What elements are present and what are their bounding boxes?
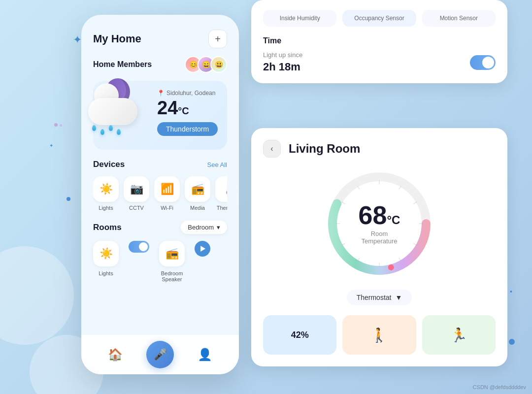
weather-location: 📍 Sidoluhur, Godean (157, 90, 218, 97)
play-triangle-icon (200, 246, 205, 252)
see-all-link[interactable]: See All (207, 161, 227, 168)
home-members-label: Home Members (93, 60, 152, 69)
wifi-label: Wi-Fi (161, 205, 173, 211)
thermostat-container: 68°C RoomTemperature (263, 169, 496, 278)
location-icon: 📍 (157, 90, 165, 97)
room-selector[interactable]: Bedroom ▾ (181, 221, 227, 234)
chevron-down-icon: ▾ (217, 224, 220, 231)
sensor-card-person: 🚶 (342, 315, 416, 355)
wifi-icon-box: 📶 (154, 176, 180, 202)
rain-drop-3 (109, 125, 113, 131)
humidity-value: 42% (291, 330, 309, 340)
back-icon: ‹ (270, 144, 273, 153)
room-lights-icon: ☀️ (93, 241, 119, 266)
sparkle-icon-2: ✦ (49, 143, 53, 148)
devices-title: Devices (93, 160, 125, 169)
dial-temperature: 68°C (359, 202, 400, 228)
avatars-group: 😊 😄 😃 (185, 56, 227, 73)
thermostat-dropdown-container: Thermostat ▼ (263, 290, 496, 305)
light-up-since-label: Light up since (263, 51, 302, 59)
living-room-header: ‹ Living Room (263, 140, 496, 158)
weather-card: 📍 Sidoluhur, Godean 24°C Thunderstorm (93, 81, 227, 150)
lights-label: Lights (99, 205, 113, 211)
thermostat-icon-box: 🌡️ (215, 176, 227, 202)
time-section: Time Light up since 2h 18m (263, 36, 496, 73)
phone-header: My Home + (93, 30, 227, 48)
sensor-card-motion: 🏃 (422, 315, 496, 355)
home-members-section: Home Members 😊 😄 😃 (93, 56, 227, 73)
device-media[interactable]: 📻 Media (185, 176, 210, 211)
thermostat-dropdown[interactable]: Thermostat ▼ (347, 290, 412, 305)
dropdown-arrow-icon: ▼ (395, 294, 402, 301)
weather-cloud-icon (83, 76, 147, 135)
watermark: CSDN @defdsddddev (473, 384, 526, 390)
sparkle-icon-4: • (510, 288, 512, 296)
dial-center: 68°C RoomTemperature (359, 202, 400, 245)
sensor-tabs: Inside Humidity Occupancy Sensor Motion … (263, 10, 496, 27)
bg-decoration-1 (0, 246, 74, 345)
room-item-speaker[interactable]: 📻 BedroomSpeaker (159, 241, 185, 282)
cloud-body (88, 98, 137, 125)
back-button[interactable]: ‹ (263, 140, 281, 158)
devices-section-header: Devices See All (93, 160, 227, 169)
living-room-title: Living Room (289, 142, 360, 156)
right-top-card: Inside Humidity Occupancy Sensor Motion … (251, 0, 507, 83)
avatar-3: 😃 (210, 56, 227, 73)
thermostat-dial[interactable]: 68°C RoomTemperature (325, 169, 433, 278)
user-nav-icon[interactable]: 👤 (198, 348, 212, 361)
play-button[interactable] (195, 241, 210, 257)
cctv-label: CCTV (129, 205, 144, 211)
home-nav-icon[interactable]: 🏠 (108, 348, 123, 361)
sensor-card-humidity: 42% (263, 315, 336, 355)
time-toggle[interactable] (470, 55, 496, 70)
weather-temperature: 24°C (157, 98, 218, 117)
phone-left: My Home + Home Members 😊 😄 😃 📍 Sidol (81, 15, 239, 374)
page-title: My Home (93, 33, 141, 45)
dots-group (54, 123, 62, 127)
rain-drop-4 (117, 129, 121, 135)
weather-condition-badge: Thunderstorm (157, 122, 218, 136)
rain-drop-2 (100, 129, 104, 135)
lights-toggle[interactable] (129, 241, 149, 253)
device-lights[interactable]: ☀️ Lights (93, 176, 119, 211)
room-item-lights[interactable]: ☀️ Lights (93, 241, 119, 276)
add-button[interactable]: + (208, 30, 227, 48)
rooms-section-header: Rooms Bedroom ▾ (93, 221, 227, 234)
tab-inside-humidity[interactable]: Inside Humidity (263, 10, 336, 27)
time-section-title: Time (263, 36, 496, 45)
room-lights-label: Lights (99, 270, 113, 276)
device-cctv[interactable]: 📷 CCTV (124, 176, 149, 211)
media-label: Media (190, 205, 205, 211)
rain-drop-1 (92, 125, 96, 131)
rooms-title: Rooms (93, 223, 122, 232)
thermostat-label: Thermost (217, 205, 227, 211)
devices-row: ☀️ Lights 📷 CCTV 📶 Wi-Fi 📻 Media 🌡️ Ther… (93, 176, 227, 211)
person-walking-icon: 🚶 (370, 327, 388, 343)
mic-button[interactable]: 🎤 (146, 341, 174, 368)
tab-motion-sensor[interactable]: Motion Sensor (422, 10, 496, 27)
media-icon-box: 📻 (185, 176, 210, 202)
cctv-icon-box: 📷 (124, 176, 149, 202)
dial-label: RoomTemperature (359, 230, 400, 245)
bottom-nav: 🏠 🎤 👤 (81, 335, 239, 374)
device-wifi[interactable]: 📶 Wi-Fi (154, 176, 180, 211)
motion-sensor-label: Motion Sensor (440, 15, 478, 22)
light-up-duration: 2h 18m (263, 61, 302, 73)
dot-blue (66, 197, 70, 201)
time-row: Light up since 2h 18m (263, 51, 496, 73)
lights-icon-box: ☀️ (93, 176, 119, 202)
room-speaker-label: BedroomSpeaker (161, 270, 183, 282)
room-speaker-icon: 📻 (159, 241, 185, 266)
inside-humidity-label: Inside Humidity (280, 15, 320, 22)
weather-icon-container (83, 76, 157, 150)
living-room-card: ‹ Living Room (251, 128, 507, 366)
dot-blue-2 (509, 339, 515, 345)
occupancy-sensor-label: Occupancy Sensor (354, 15, 404, 22)
device-thermostat[interactable]: 🌡️ Thermost (215, 176, 227, 211)
sensor-cards-row: 42% 🚶 🏃 (263, 315, 496, 355)
time-info: Light up since 2h 18m (263, 51, 302, 73)
room-items-row: ☀️ Lights 📻 BedroomSpeaker (93, 241, 227, 282)
mic-icon: 🎤 (154, 348, 167, 361)
motion-icon: 🏃 (450, 327, 467, 343)
tab-occupancy-sensor[interactable]: Occupancy Sensor (342, 10, 416, 27)
